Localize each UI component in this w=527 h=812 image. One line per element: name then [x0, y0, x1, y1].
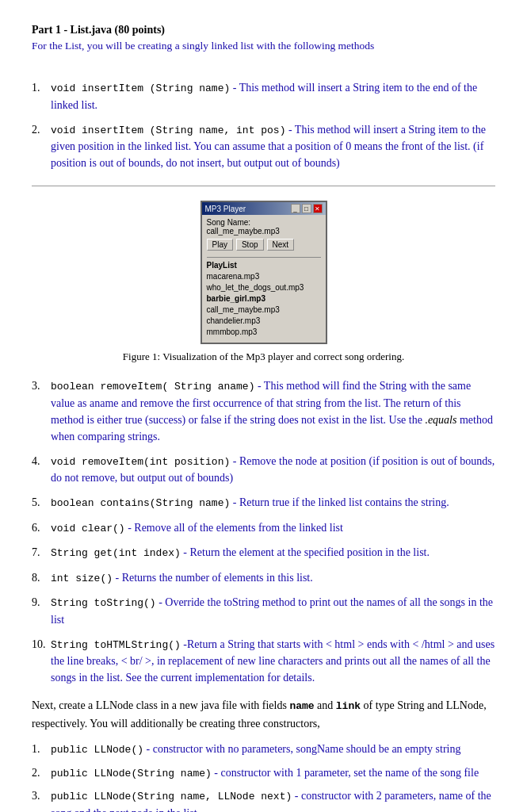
playlist-item-2: who_let_the_dogs_out.mp3 [207, 282, 321, 293]
methods-list: void insertItem (String name) - This met… [32, 79, 495, 171]
method-content-8: int size() - Returns the number of eleme… [51, 569, 495, 587]
constructor-content-1: public LLNode() - constructor with no pa… [51, 741, 495, 758]
method-content-9: String toString() - Override the toStrin… [51, 594, 495, 628]
play-button[interactable]: Play [207, 239, 233, 251]
constructor-content-3: public LLNode(String name, LLNode next) … [51, 787, 495, 812]
method-desc-5: - Return true if the linked list contain… [233, 496, 449, 508]
method-item-9: String toString() - Override the toStrin… [32, 594, 495, 628]
mp3-controls: Play Stop Next [207, 239, 321, 251]
playlist-label: PlayList [207, 261, 321, 270]
method-content-10: String toHTMLString() -Return a String t… [51, 636, 495, 687]
method-desc-6: - Remove all of the elements from the li… [128, 522, 343, 534]
method-desc-8: - Returns the number of elements in this… [116, 572, 313, 584]
constructor-desc-1: - constructor with no parameters, songNa… [147, 743, 461, 755]
intro-text: For the List, you will be creating a sin… [32, 40, 495, 52]
minimize-btn[interactable]: _ [291, 204, 300, 213]
playlist-item-5: chandelier.mp3 [207, 316, 321, 327]
llnode-field-name: name [289, 700, 314, 712]
constructor-code-3: public LLNode(String name, LLNode next) [51, 791, 292, 802]
method-item-1: void insertItem (String name) - This met… [32, 79, 495, 113]
playlist-item-6: mmmbop.mp3 [207, 327, 321, 338]
figure-container: MP3 Player _ □ ✕ Song Name: call_me_mayb… [32, 201, 495, 363]
titlebar-buttons: _ □ ✕ [291, 204, 323, 213]
method-code-6: void clear() [51, 523, 125, 534]
constructor-item-3: public LLNode(String name, LLNode next) … [32, 787, 495, 812]
method-item-8: int size() - Returns the number of eleme… [32, 569, 495, 587]
method-item-4: void removeItem(int position) - Remove t… [32, 453, 495, 487]
mp3-player-window: MP3 Player _ □ ✕ Song Name: call_me_mayb… [200, 201, 327, 344]
method-content-6: void clear() - Remove all of the element… [51, 519, 495, 537]
part-title: Part 1 - List.java (80 points) [32, 24, 495, 36]
playlist-item-1: macarena.mp3 [207, 271, 321, 282]
method-desc-3b: .equals [425, 414, 456, 426]
constructors-list: public LLNode() - constructor with no pa… [32, 741, 495, 812]
method-code-5: boolean contains(String name) [51, 497, 230, 509]
llnode-text2: and [315, 699, 336, 711]
method-code-8: int size() [51, 573, 113, 584]
method-code-10: String toHTMLString() [51, 639, 181, 651]
method-item-3: boolean removeItem( String aname) - This… [32, 377, 495, 445]
method-item-6: void clear() - Remove all of the element… [32, 519, 495, 537]
playlist-item-4: call_me_maybe.mp3 [207, 304, 321, 316]
method-code-3: boolean removeItem( String aname) [51, 381, 254, 393]
constructor-item-1: public LLNode() - constructor with no pa… [32, 741, 495, 758]
method-item-2: void insertItem (String name, int pos) -… [32, 121, 495, 172]
section-divider [32, 186, 495, 186]
constructor-code-2: public LLNode(String name) [51, 768, 212, 779]
constructor-content-2: public LLNode(String name) - constructor… [51, 764, 495, 782]
constructor-item-2: public LLNode(String name) - constructor… [32, 764, 495, 782]
constructor-desc-2: - constructor with 1 parameter, set the … [214, 767, 479, 779]
method-item-5: boolean contains(String name) - Return t… [32, 494, 495, 511]
close-btn[interactable]: ✕ [313, 204, 323, 213]
method-code-2: void insertItem (String name, int pos) [51, 124, 285, 136]
mp3-body: Song Name: call_me_maybe.mp3 Play Stop N… [202, 215, 326, 343]
method-content-5: boolean contains(String name) - Return t… [51, 494, 495, 511]
method-content-1: void insertItem (String name) - This met… [51, 79, 495, 113]
llnode-field-link: link [336, 700, 361, 712]
figure-caption: Figure 1: Visualization of the Mp3 playe… [123, 350, 404, 363]
mp3-titlebar: MP3 Player _ □ ✕ [202, 202, 326, 215]
song-name-label: Song Name: call_me_maybe.mp3 [207, 218, 321, 236]
method-content-2: void insertItem (String name, int pos) -… [51, 121, 495, 172]
methods-list-2: boolean removeItem( String aname) - This… [32, 377, 495, 686]
llnode-section: Next, create a LLNode class in a new jav… [32, 697, 495, 733]
constructor-code-1: public LLNode() [51, 744, 143, 756]
mp3-window-title: MP3 Player [205, 205, 246, 213]
method-content-4: void removeItem(int position) - Remove t… [51, 453, 495, 487]
method-code-1: void insertItem (String name) [51, 82, 230, 94]
method-item-7: String get(int index) - Return the eleme… [32, 544, 495, 561]
method-code-9: String toString() [51, 597, 156, 609]
playlist-item-3: barbie_girl.mp3 [207, 293, 321, 304]
mp3-separator [207, 257, 321, 258]
stop-button[interactable]: Stop [236, 239, 264, 251]
llnode-text1: Next, create a LLNode class in a new jav… [32, 699, 289, 711]
method-code-4: void removeItem(int position) [51, 456, 230, 468]
method-item-10: String toHTMLString() -Return a String t… [32, 636, 495, 687]
method-code-7: String get(int index) [51, 547, 181, 559]
method-content-3: boolean removeItem( String aname) - This… [51, 377, 495, 445]
method-desc-7: - Return the element at the specified po… [183, 546, 430, 558]
next-button[interactable]: Next [267, 239, 295, 251]
maximize-btn[interactable]: □ [302, 204, 311, 213]
method-content-7: String get(int index) - Return the eleme… [51, 544, 495, 561]
